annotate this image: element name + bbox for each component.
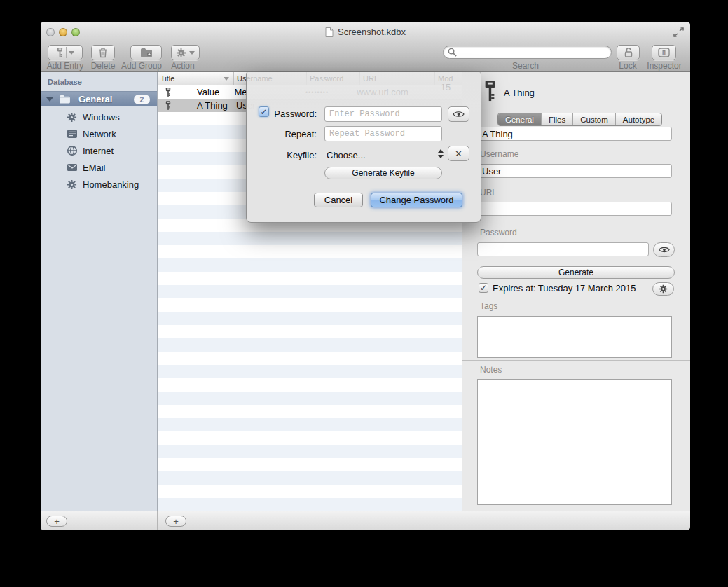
gear-icon <box>176 48 186 58</box>
search-field[interactable] <box>443 46 612 59</box>
inspector-panel: A Thing General Files Custom Autotype Us… <box>462 72 690 511</box>
keyfile-dropdown[interactable]: Choose... <box>327 150 366 160</box>
toolbar: Add Entry Delete Add Group Action <box>41 42 690 72</box>
key-icon <box>165 100 172 111</box>
chevron-down-icon <box>189 51 195 55</box>
title-bar[interactable]: Screenshot.kdbx <box>41 22 690 42</box>
delete-button[interactable] <box>91 45 115 60</box>
add-entry-plus-button[interactable]: + <box>165 516 186 527</box>
chevron-down-icon <box>69 51 74 55</box>
username-field[interactable] <box>477 164 672 178</box>
password-checkbox[interactable]: ✓ <box>259 106 269 117</box>
lock-icon <box>624 47 633 58</box>
key-icon <box>165 87 172 97</box>
svg-text:i: i <box>664 50 665 55</box>
sidebar-item-internet[interactable]: Internet <box>41 142 157 159</box>
dialog-password-label: Password: <box>274 109 317 119</box>
sort-descending-icon <box>224 77 229 81</box>
inspector-button[interactable]: i <box>652 45 676 60</box>
username-label: Username <box>480 149 518 159</box>
key-icon <box>483 79 497 102</box>
sidebar: Database General 2 Windows Network <box>41 72 158 511</box>
panel-divider <box>157 511 158 530</box>
search-label: Search <box>497 61 554 71</box>
sidebar-item-label: Internet <box>83 146 114 156</box>
disclosure-triangle-icon[interactable] <box>46 97 53 102</box>
dialog-reveal-password-button[interactable] <box>448 106 469 122</box>
document-icon <box>325 27 334 37</box>
split-divider <box>66 47 67 58</box>
action-button[interactable] <box>171 45 200 60</box>
tab-autotype[interactable]: Autotype <box>615 113 661 125</box>
window-title-area: Screenshot.kdbx <box>41 22 690 42</box>
tab-custom[interactable]: Custom <box>572 113 615 125</box>
tab-general[interactable]: General <box>498 113 541 125</box>
dialog-repeat-label: Repeat: <box>284 129 317 139</box>
add-entry-button[interactable] <box>48 45 83 60</box>
password-label: Password <box>480 228 517 237</box>
clear-keyfile-button[interactable]: ✕ <box>448 146 469 161</box>
add-group-plus-button[interactable]: + <box>46 516 67 527</box>
sidebar-item-label: EMail <box>83 163 106 173</box>
generate-keyfile-button[interactable]: Generate Keyfile <box>324 167 442 179</box>
stepper-icon[interactable] <box>437 147 444 160</box>
reveal-password-button[interactable] <box>653 242 675 257</box>
search-icon <box>448 48 457 57</box>
sidebar-item-label: Windows <box>83 112 120 123</box>
url-field[interactable] <box>477 202 672 216</box>
sidebar-item-email[interactable]: EMail <box>41 159 157 176</box>
sidebar-group-label: General <box>78 94 112 104</box>
entry-title: Value <box>197 87 219 97</box>
lock-button[interactable] <box>617 45 640 60</box>
sidebar-header: Database <box>48 78 82 86</box>
dialog-repeat-input[interactable] <box>324 126 442 141</box>
key-icon <box>56 47 64 58</box>
notes-label: Notes <box>480 365 502 375</box>
sidebar-item-label: Homebanking <box>83 179 139 190</box>
url-label: URL <box>480 188 497 198</box>
expires-settings-button[interactable] <box>652 282 674 296</box>
envelope-icon <box>66 162 78 174</box>
change-password-button[interactable]: Change Password <box>371 193 462 207</box>
section-divider <box>462 360 690 361</box>
inspector-label: Inspector <box>643 61 686 71</box>
gear-icon <box>66 111 78 123</box>
group-count-badge: 2 <box>134 95 150 104</box>
folder-icon <box>59 95 71 104</box>
folder-plus-icon <box>140 48 153 58</box>
cancel-button[interactable]: Cancel <box>314 193 363 207</box>
window-title: Screenshot.kdbx <box>338 27 406 37</box>
sidebar-item-network[interactable]: Network <box>41 125 157 142</box>
sidebar-item-windows[interactable]: Windows <box>41 109 157 125</box>
globe-icon <box>66 145 78 157</box>
generate-password-button[interactable]: Generate <box>477 266 675 279</box>
search-input[interactable] <box>457 48 607 57</box>
gear-icon <box>659 284 668 294</box>
fullscreen-icon[interactable] <box>673 27 684 37</box>
panel-divider <box>462 511 462 530</box>
gear-icon <box>66 179 78 191</box>
inspector-tabs: General Files Custom Autotype <box>497 113 662 126</box>
bottom-bar: + + <box>41 511 690 530</box>
expires-checkbox[interactable]: ✓ <box>479 283 488 293</box>
tags-label: Tags <box>480 301 497 311</box>
action-label: Action <box>161 61 205 71</box>
dialog-password-input[interactable] <box>324 106 442 122</box>
sidebar-item-label: Network <box>83 129 116 139</box>
tab-files[interactable]: Files <box>541 113 572 125</box>
notes-input[interactable] <box>477 379 672 505</box>
dialog-keyfile-label: Keyfile: <box>287 150 317 160</box>
change-password-dialog: ✓ Password: Repeat: Keyfile: Choose... ✕… <box>246 72 481 223</box>
inspector-entry-title: A Thing <box>504 88 535 98</box>
password-field[interactable] <box>477 242 649 256</box>
title-field[interactable] <box>477 127 672 141</box>
sidebar-group-general[interactable]: General 2 <box>41 91 157 106</box>
app-window: Screenshot.kdbx Add Entry Delete Add Gro… <box>41 22 690 530</box>
tags-input[interactable] <box>477 316 672 358</box>
sidebar-item-homebanking[interactable]: Homebanking <box>41 176 157 193</box>
expires-label: Expires at: Tuesday 17 March 2015 <box>493 283 636 294</box>
entry-title: A Thing <box>197 100 228 111</box>
column-header-title[interactable]: Title <box>158 72 233 85</box>
eye-icon <box>659 247 670 253</box>
add-group-button[interactable] <box>130 45 162 60</box>
